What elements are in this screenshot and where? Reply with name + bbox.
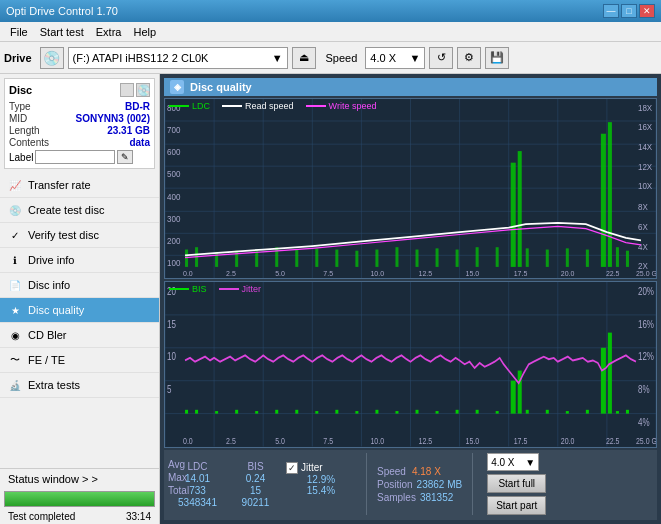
disc-quality-title: Disc quality <box>190 81 252 93</box>
disc-quality-icon: ★ <box>8 303 22 317</box>
menu-help[interactable]: Help <box>127 25 162 39</box>
titlebar-title: Opti Drive Control 1.70 <box>6 5 118 17</box>
close-button[interactable]: ✕ <box>639 4 655 18</box>
speed-select[interactable]: 4.0 X ▼ <box>365 47 425 69</box>
svg-text:20.0: 20.0 <box>561 437 575 447</box>
svg-text:25.0 GB: 25.0 GB <box>636 269 656 279</box>
svg-text:10.0: 10.0 <box>370 269 384 279</box>
toolbar: Drive 💿 (F:) ATAPI iHBS112 2 CL0K ▼ ⏏ Sp… <box>0 42 661 74</box>
drive-select[interactable]: (F:) ATAPI iHBS112 2 CL0K ▼ <box>68 47 288 69</box>
svg-text:300: 300 <box>167 213 181 224</box>
menu-extra[interactable]: Extra <box>90 25 128 39</box>
menu-file[interactable]: File <box>4 25 34 39</box>
sidebar-item-drive-info[interactable]: ℹ Drive info <box>0 248 159 273</box>
svg-text:500: 500 <box>167 168 181 179</box>
position-val: 23862 MB <box>417 479 463 490</box>
jitter-check-box[interactable]: ✓ <box>286 462 298 474</box>
label-label: Label <box>9 152 33 163</box>
disc-quality-header: ◈ Disc quality <box>164 78 657 96</box>
speed-select-small[interactable]: 4.0 X ▼ <box>487 453 539 471</box>
sidebar-item-fe-te[interactable]: 〜 FE / TE <box>0 348 159 373</box>
svg-rect-60 <box>436 248 439 267</box>
bis-legend-color <box>169 288 189 290</box>
svg-text:15.0: 15.0 <box>466 437 480 447</box>
verify-disc-icon: ✓ <box>8 228 22 242</box>
disc-quality-header-icon: ◈ <box>170 80 184 94</box>
eject-button[interactable]: ⏏ <box>292 47 316 69</box>
read-speed-legend-color <box>222 105 242 107</box>
svg-text:15.0: 15.0 <box>466 269 480 279</box>
sidebar-item-disc-quality[interactable]: ★ Disc quality <box>0 298 159 323</box>
label-edit-btn[interactable]: ✎ <box>117 150 133 164</box>
sidebar-item-verify-test-disc[interactable]: ✓ Verify test disc <box>0 223 159 248</box>
minimize-button[interactable]: — <box>603 4 619 18</box>
total-row-label: Total <box>168 485 189 496</box>
svg-text:16X: 16X <box>638 122 652 133</box>
svg-text:10.0: 10.0 <box>370 437 384 447</box>
svg-rect-127 <box>436 412 439 415</box>
jitter-check-label: Jitter <box>301 462 323 473</box>
svg-text:600: 600 <box>167 146 181 157</box>
sidebar-item-transfer-rate[interactable]: 📈 Transfer rate <box>0 173 159 198</box>
chart1-legend: LDC Read speed Write speed <box>169 101 376 111</box>
svg-rect-129 <box>476 410 479 414</box>
ldc-total-val: 5348341 <box>170 497 225 508</box>
svg-rect-111 <box>195 410 198 414</box>
maximize-button[interactable]: □ <box>621 4 637 18</box>
svg-rect-59 <box>416 250 419 267</box>
svg-rect-132 <box>546 410 549 414</box>
save-button[interactable]: 💾 <box>485 47 509 69</box>
stats-divider-2 <box>472 453 473 515</box>
progress-bar <box>4 491 155 507</box>
svg-rect-53 <box>295 250 298 267</box>
svg-text:20.0: 20.0 <box>561 269 575 279</box>
speed-stats-col: Speed 4.18 X Position 23862 MB Samples 3… <box>377 466 462 503</box>
extra-tests-icon: 🔬 <box>8 378 22 392</box>
sidebar-item-disc-info[interactable]: 📄 Disc info <box>0 273 159 298</box>
start-full-button[interactable]: Start full <box>487 474 546 493</box>
svg-rect-66 <box>601 134 606 267</box>
svg-rect-52 <box>275 247 278 267</box>
svg-rect-119 <box>601 348 606 414</box>
refresh-button[interactable]: ↺ <box>429 47 453 69</box>
svg-text:2.5: 2.5 <box>226 437 236 447</box>
chart2-svg: 20 15 10 5 20% 16% 12% 8% 4% 0.0 2.5 5.0… <box>165 282 656 447</box>
length-val: 23.31 GB <box>107 125 150 136</box>
menu-start-test[interactable]: Start test <box>34 25 90 39</box>
svg-text:400: 400 <box>167 191 181 202</box>
mid-val: SONYNN3 (002) <box>76 113 150 124</box>
jitter-max-val: 15.4% <box>286 485 356 496</box>
sidebar-item-cd-bler[interactable]: ◉ CD Bler <box>0 323 159 348</box>
disc-prev-btn[interactable] <box>120 83 134 97</box>
svg-text:12%: 12% <box>638 352 654 363</box>
svg-text:5.0: 5.0 <box>275 269 285 279</box>
sidebar-item-extra-tests[interactable]: 🔬 Extra tests <box>0 373 159 398</box>
label-input[interactable] <box>35 150 115 164</box>
status-window-link[interactable]: Status window > > <box>0 468 159 489</box>
svg-rect-113 <box>235 410 238 414</box>
svg-text:5.0: 5.0 <box>275 437 285 447</box>
chart2-bis: BIS Jitter <box>164 281 657 448</box>
svg-text:15: 15 <box>167 319 176 330</box>
svg-rect-125 <box>395 412 398 415</box>
svg-rect-124 <box>375 410 378 414</box>
contents-val: data <box>129 137 150 148</box>
bis-max-val: 15 <box>233 485 278 496</box>
jitter-legend-color <box>219 288 239 290</box>
start-part-button[interactable]: Start part <box>487 496 546 515</box>
jitter-stats-col: ✓ Jitter 12.9% 15.4% <box>286 462 356 507</box>
svg-rect-121 <box>315 412 318 415</box>
svg-rect-55 <box>335 250 338 267</box>
svg-rect-126 <box>416 410 419 414</box>
sidebar-item-create-test-disc[interactable]: 💿 Create test disc <box>0 198 159 223</box>
drive-icon: 💿 <box>40 47 64 69</box>
jitter-avg-val: 12.9% <box>286 474 356 485</box>
jitter-checkbox[interactable]: ✓ Jitter <box>286 462 356 474</box>
stats-row-labels: Avg Max Total <box>168 459 189 496</box>
svg-rect-136 <box>626 410 629 414</box>
svg-rect-135 <box>616 412 619 415</box>
position-label: Position <box>377 479 413 490</box>
stats-divider-1 <box>366 453 367 515</box>
svg-text:7.5: 7.5 <box>323 269 333 279</box>
settings-button[interactable]: ⚙ <box>457 47 481 69</box>
